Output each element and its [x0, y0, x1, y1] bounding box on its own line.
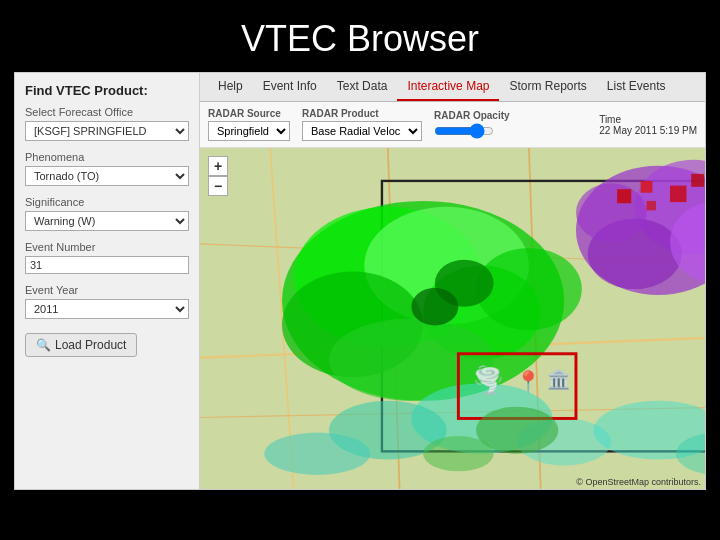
- svg-rect-29: [670, 186, 686, 202]
- significance-label: Significance: [25, 196, 189, 208]
- controls-bar: RADAR Source Springfield RADAR Product B…: [200, 102, 705, 148]
- radar-opacity-slider[interactable]: [434, 123, 494, 139]
- svg-point-41: [423, 436, 494, 471]
- event-year-label: Event Year: [25, 284, 189, 296]
- svg-rect-27: [617, 189, 631, 203]
- radar-svg: 🌪️ 📍 🏛️: [200, 148, 705, 489]
- svg-rect-30: [691, 174, 704, 187]
- tab-interactive-map[interactable]: Interactive Map: [397, 73, 499, 101]
- time-display: Time 22 May 2011 5:19 PM: [599, 114, 697, 136]
- zoom-controls: + −: [208, 156, 228, 196]
- app-container: Find VTEC Product: Select Forecast Offic…: [14, 72, 706, 490]
- svg-rect-32: [647, 201, 656, 210]
- map-area[interactable]: 🌪️ 📍 🏛️ + − © OpenStreetMap contributors…: [200, 148, 705, 489]
- svg-text:🏛️: 🏛️: [547, 368, 571, 391]
- forecast-office-select[interactable]: [KSGF] SPRINGFIELD: [25, 121, 189, 141]
- zoom-in-button[interactable]: +: [208, 156, 228, 176]
- tab-text-data[interactable]: Text Data: [327, 73, 398, 101]
- svg-text:🌪️: 🌪️: [472, 365, 505, 396]
- forecast-office-label: Select Forecast Office: [25, 106, 189, 118]
- event-year-select[interactable]: 2011: [25, 299, 189, 319]
- radar-source-label: RADAR Source: [208, 108, 290, 119]
- tab-storm-reports[interactable]: Storm Reports: [499, 73, 596, 101]
- time-label: Time: [599, 114, 697, 125]
- svg-point-35: [411, 288, 458, 326]
- osm-credit: © OpenStreetMap contributors.: [576, 477, 701, 487]
- event-number-input[interactable]: [25, 256, 189, 274]
- sidebar-title: Find VTEC Product:: [25, 83, 189, 98]
- sidebar: Find VTEC Product: Select Forecast Offic…: [15, 73, 200, 489]
- radar-source-select[interactable]: Springfield: [208, 121, 290, 141]
- radar-product-group: RADAR Product Base Radial Velocity (R...: [302, 108, 422, 141]
- tab-list-events[interactable]: List Events: [597, 73, 676, 101]
- svg-point-18: [264, 433, 370, 475]
- radar-product-select[interactable]: Base Radial Velocity (R...: [302, 121, 422, 141]
- tab-event-info[interactable]: Event Info: [253, 73, 327, 101]
- phenomena-select[interactable]: Tornado (TO): [25, 166, 189, 186]
- zoom-out-button[interactable]: −: [208, 176, 228, 196]
- radar-source-group: RADAR Source Springfield: [208, 108, 290, 141]
- svg-rect-28: [641, 181, 653, 193]
- tab-help[interactable]: Help: [208, 73, 253, 101]
- time-value: 22 May 2011 5:19 PM: [599, 125, 697, 136]
- radar-opacity-group: RADAR Opacity: [434, 110, 510, 139]
- load-product-button[interactable]: 🔍 Load Product: [25, 333, 137, 357]
- radar-product-label: RADAR Product: [302, 108, 422, 119]
- search-icon: 🔍: [36, 338, 51, 352]
- svg-text:📍: 📍: [515, 369, 542, 395]
- nav-tabs: Help Event Info Text Data Interactive Ma…: [200, 73, 705, 102]
- svg-point-25: [576, 183, 647, 242]
- phenomena-label: Phenomena: [25, 151, 189, 163]
- significance-select[interactable]: Warning (W): [25, 211, 189, 231]
- event-number-label: Event Number: [25, 241, 189, 253]
- main-content: Help Event Info Text Data Interactive Ma…: [200, 73, 705, 489]
- page-title: VTEC Browser: [0, 0, 720, 72]
- radar-opacity-label: RADAR Opacity: [434, 110, 510, 121]
